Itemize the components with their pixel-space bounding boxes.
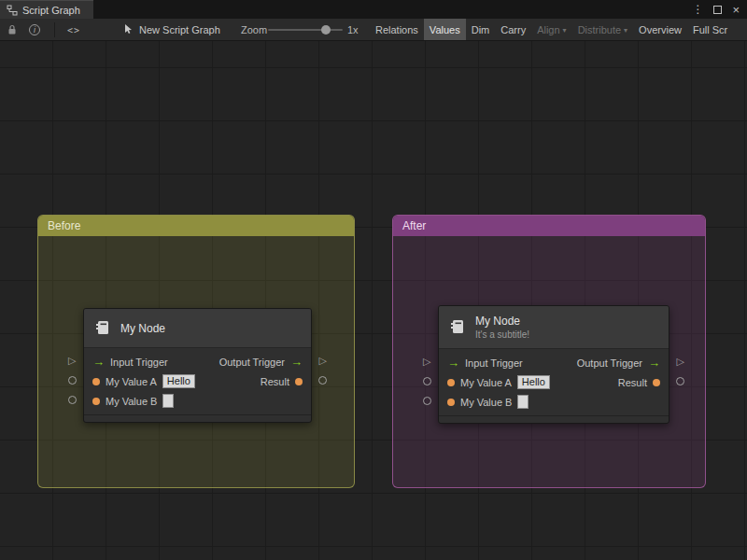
carry-button[interactable]: Carry bbox=[495, 19, 531, 41]
flow-input-port[interactable]: ▷ bbox=[68, 355, 76, 366]
value-dot-icon[interactable] bbox=[653, 379, 660, 386]
row-trigger: → Input Trigger Output Trigger → bbox=[84, 352, 311, 371]
node-footer bbox=[84, 414, 311, 422]
port-label: Result bbox=[261, 376, 289, 387]
value-b-input[interactable] bbox=[517, 395, 529, 409]
node-my-node-before[interactable]: My Node → Input Trigger Output Trigger → bbox=[83, 308, 312, 423]
dim-button[interactable]: Dim bbox=[466, 19, 496, 41]
node-header[interactable]: My Node It's a subtitle! bbox=[439, 306, 669, 349]
lock-icon[interactable] bbox=[7, 19, 18, 41]
port-label: Input Trigger bbox=[110, 357, 168, 368]
kebab-menu-icon[interactable]: ⋮ bbox=[692, 4, 703, 15]
zoom-slider[interactable] bbox=[268, 29, 343, 31]
port-label: My Value B bbox=[460, 397, 512, 408]
value-b-input[interactable] bbox=[162, 394, 174, 408]
chevron-down-icon: ▾ bbox=[563, 26, 567, 35]
value-a-input[interactable]: Hello bbox=[517, 375, 550, 389]
node-rows: → Input Trigger Output Trigger → My Valu… bbox=[439, 349, 669, 415]
port-label: Output Trigger bbox=[577, 357, 642, 369]
group-before-header[interactable]: Before bbox=[38, 216, 354, 236]
flow-out-icon[interactable]: → bbox=[290, 356, 303, 368]
value-a-input[interactable]: Hello bbox=[162, 374, 195, 388]
relations-button[interactable]: Relations bbox=[370, 19, 424, 41]
result-port[interactable] bbox=[676, 377, 684, 385]
value-dot-icon[interactable] bbox=[92, 378, 100, 385]
script-graph-icon bbox=[7, 5, 18, 16]
row-value-a: My Value A Hello Result bbox=[439, 372, 669, 392]
titlebar: Script Graph ⋮ × bbox=[0, 0, 747, 19]
distribute-dropdown[interactable]: Distribute▾ bbox=[572, 19, 633, 41]
info-icon[interactable]: i bbox=[29, 19, 40, 41]
value-a-port[interactable] bbox=[68, 376, 77, 385]
chevron-down-icon: ▾ bbox=[624, 26, 627, 35]
port-label: My Value B bbox=[106, 396, 157, 407]
toolbar-buttons: Relations Values Dim Carry Align▾ Distri… bbox=[370, 19, 733, 41]
graph-canvas[interactable]: Before ▷ ▷ bbox=[0, 41, 747, 560]
value-b-port[interactable] bbox=[423, 397, 431, 405]
flow-in-icon[interactable]: → bbox=[447, 357, 459, 369]
zoom-value: 1x bbox=[347, 19, 359, 41]
maximize-icon[interactable] bbox=[713, 6, 722, 14]
flow-in-icon[interactable]: → bbox=[92, 356, 105, 368]
row-value-a: My Value A Hello Result bbox=[84, 371, 311, 391]
flow-output-port[interactable]: ▷ bbox=[319, 355, 327, 366]
align-dropdown[interactable]: Align▾ bbox=[531, 19, 571, 41]
group-before: Before ▷ ▷ bbox=[37, 215, 355, 488]
close-icon[interactable]: × bbox=[732, 4, 740, 16]
node-rows: → Input Trigger Output Trigger → My Valu… bbox=[84, 348, 311, 414]
code-view-icon[interactable]: <> bbox=[67, 19, 80, 41]
node-header[interactable]: My Node bbox=[84, 309, 311, 348]
unit-icon bbox=[93, 318, 112, 339]
row-trigger: → Input Trigger Output Trigger → bbox=[439, 353, 669, 372]
row-value-b: My Value B bbox=[439, 392, 669, 412]
node-title: My Node bbox=[120, 322, 165, 335]
group-after: After ▷ ▷ bbox=[392, 215, 706, 488]
value-b-port[interactable] bbox=[68, 396, 77, 404]
port-label: Output Trigger bbox=[219, 357, 285, 368]
tab-script-graph[interactable]: Script Graph bbox=[0, 0, 93, 19]
port-label: My Value A bbox=[106, 376, 157, 387]
node-title: My Node bbox=[475, 315, 529, 328]
group-after-title: After bbox=[402, 219, 426, 232]
graph-name-label: New Script Graph bbox=[139, 24, 220, 35]
port-label: Result bbox=[618, 377, 647, 388]
result-port[interactable] bbox=[318, 376, 327, 385]
row-value-b: My Value B bbox=[84, 391, 311, 411]
tab-title: Script Graph bbox=[22, 5, 80, 16]
value-dot-icon[interactable] bbox=[447, 379, 455, 386]
node-subtitle: It's a subtitle! bbox=[475, 329, 529, 340]
node-footer bbox=[439, 415, 669, 423]
group-after-header[interactable]: After bbox=[393, 216, 705, 236]
value-dot-icon[interactable] bbox=[447, 399, 455, 406]
toolbar-separator bbox=[54, 22, 55, 37]
values-button[interactable]: Values bbox=[424, 19, 466, 41]
node-my-node-after[interactable]: My Node It's a subtitle! → Input Trigger… bbox=[438, 305, 669, 424]
group-before-title: Before bbox=[48, 219, 80, 232]
value-dot-icon[interactable] bbox=[92, 398, 100, 405]
unit-icon bbox=[448, 317, 467, 338]
zoom-label: Zoom bbox=[241, 19, 267, 41]
graph-pointer-icon bbox=[123, 23, 134, 36]
toolbar: i <> New Script Graph Zoom 1x Relations … bbox=[0, 19, 747, 41]
value-dot-icon[interactable] bbox=[295, 378, 303, 385]
graph-breadcrumb[interactable]: New Script Graph bbox=[123, 19, 220, 41]
port-label: My Value A bbox=[460, 377, 512, 388]
flow-input-port[interactable]: ▷ bbox=[423, 356, 430, 367]
port-label: Input Trigger bbox=[465, 357, 523, 369]
flow-out-icon[interactable]: → bbox=[648, 357, 660, 369]
fullscreen-button[interactable]: Full Scr bbox=[687, 19, 733, 41]
zoom-slider-knob[interactable] bbox=[321, 25, 331, 35]
value-a-port[interactable] bbox=[423, 377, 431, 385]
flow-output-port[interactable]: ▷ bbox=[677, 356, 684, 367]
overview-button[interactable]: Overview bbox=[633, 19, 687, 41]
window-controls: ⋮ × bbox=[692, 0, 747, 19]
